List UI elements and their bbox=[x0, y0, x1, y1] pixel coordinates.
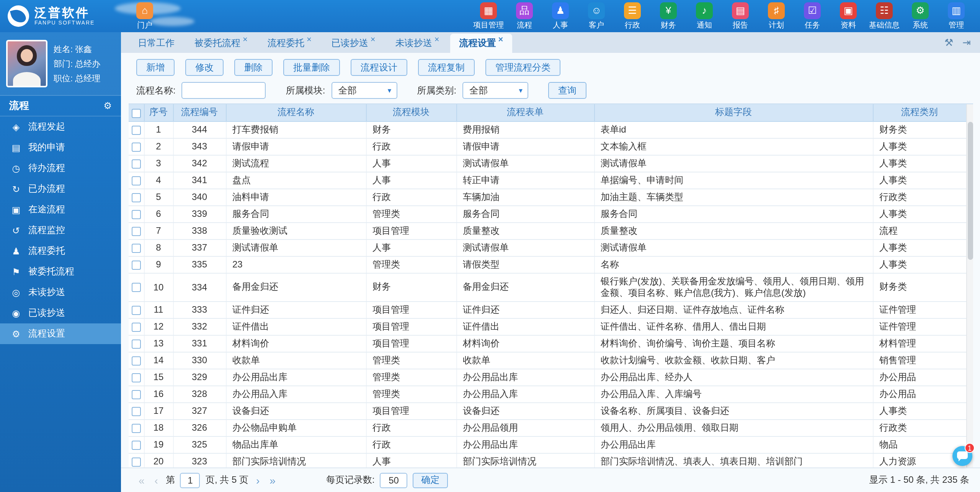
row-checkbox[interactable] bbox=[132, 373, 141, 382]
row-checkbox[interactable] bbox=[132, 227, 141, 236]
app-item[interactable]: ☷ 基础信息 bbox=[867, 2, 902, 30]
table-row[interactable]: 9 335 23 管理类 请假类型 名称 人事类 bbox=[129, 256, 966, 273]
sidebar-item[interactable]: ↺ 流程监控 bbox=[0, 220, 121, 241]
category-select[interactable]: 全部 ▼ bbox=[462, 82, 528, 99]
table-row[interactable]: 3 342 测试流程 人事 测试请假单 测试请假单 人事类 bbox=[129, 155, 966, 172]
column-header[interactable]: 流程模块 bbox=[366, 104, 456, 121]
row-checkbox[interactable] bbox=[132, 339, 141, 349]
row-checkbox[interactable] bbox=[132, 126, 141, 135]
row-checkbox[interactable] bbox=[132, 261, 141, 270]
sidebar-item[interactable]: ▤ 我的申请 bbox=[0, 137, 121, 158]
exit-icon[interactable]: ⇥ bbox=[962, 37, 971, 48]
wrench-icon[interactable]: ⚒ bbox=[944, 37, 953, 48]
tab[interactable]: 流程设置 × bbox=[450, 34, 513, 53]
module-select[interactable]: 全部 ▼ bbox=[331, 82, 397, 99]
row-checkbox[interactable] bbox=[132, 244, 141, 253]
row-checkbox[interactable] bbox=[132, 306, 141, 315]
table-row[interactable]: 20 323 部门实际培训情况 人事 部门实际培训情况 部门实际培训情况、填表人… bbox=[129, 453, 966, 467]
select-all-checkbox[interactable] bbox=[132, 108, 141, 118]
column-header[interactable]: 流程编号 bbox=[173, 104, 226, 121]
table-row[interactable]: 15 329 办公用品出库 管理类 办公用品出库 办公用品出库、经办人 办公用品 bbox=[129, 369, 966, 385]
per-page-input[interactable] bbox=[380, 472, 408, 488]
chat-button[interactable]: 1 bbox=[952, 446, 972, 466]
tab-close-icon[interactable]: × bbox=[243, 35, 248, 44]
row-checkbox[interactable] bbox=[132, 441, 141, 450]
row-checkbox[interactable] bbox=[132, 390, 141, 399]
column-header[interactable]: 标题字段 bbox=[594, 104, 873, 121]
last-page-icon[interactable]: » bbox=[267, 475, 278, 485]
row-checkbox[interactable] bbox=[132, 210, 141, 219]
search-button[interactable]: 查询 bbox=[548, 82, 586, 99]
app-item[interactable]: ♯ 计划 bbox=[759, 2, 794, 30]
column-header[interactable]: 序号 bbox=[144, 104, 173, 121]
row-checkbox[interactable] bbox=[132, 407, 141, 416]
tab-close-icon[interactable]: × bbox=[434, 35, 439, 44]
tab-close-icon[interactable]: × bbox=[498, 35, 503, 44]
row-checkbox[interactable] bbox=[132, 424, 141, 433]
sidebar-item[interactable]: ↻ 已办流程 bbox=[0, 179, 121, 199]
app-item[interactable]: ▦ 项目管理 bbox=[471, 2, 506, 30]
column-header[interactable]: 流程名称 bbox=[226, 104, 366, 121]
app-item[interactable]: ⚙ 系统 bbox=[903, 2, 938, 30]
sidebar-item[interactable]: ⚙ 流程设置 bbox=[0, 323, 121, 344]
column-header[interactable]: 流程类别 bbox=[873, 104, 966, 121]
scrollbar-thumb[interactable] bbox=[968, 122, 973, 260]
tab[interactable]: 被委托流程 × bbox=[185, 34, 257, 53]
toolbar-button[interactable]: 批量删除 bbox=[283, 59, 340, 76]
app-item[interactable]: ♟ 人事 bbox=[543, 2, 578, 30]
row-checkbox[interactable] bbox=[132, 323, 141, 332]
table-row[interactable]: 12 332 证件借出 项目管理 证件借出 证件借出、证件名称、借用人、借出日期… bbox=[129, 318, 966, 335]
sidebar-item[interactable]: ◉ 已读抄送 bbox=[0, 303, 121, 323]
toolbar-button[interactable]: 流程设计 bbox=[351, 59, 407, 76]
tab[interactable]: 日常工作 bbox=[129, 34, 184, 53]
row-checkbox[interactable] bbox=[132, 143, 141, 152]
flow-name-input[interactable] bbox=[182, 82, 266, 99]
row-checkbox[interactable] bbox=[132, 193, 141, 202]
table-row[interactable]: 18 326 办公物品申购单 行政 办公用品领用 领用人、办公用品领用、领取日期… bbox=[129, 419, 966, 436]
table-scrollbar[interactable] bbox=[966, 104, 973, 467]
app-item[interactable]: ▥ 管理 bbox=[939, 2, 974, 30]
table-row[interactable]: 4 341 盘点 人事 转正申请 单据编号、申请时间 人事类 bbox=[129, 172, 966, 189]
sidebar-item[interactable]: ◎ 未读抄送 bbox=[0, 282, 121, 303]
tab-close-icon[interactable]: × bbox=[371, 35, 376, 44]
toolbar-button[interactable]: 新增 bbox=[136, 59, 175, 76]
first-page-icon[interactable]: « bbox=[136, 475, 147, 485]
app-item[interactable]: 品 流程 bbox=[507, 2, 542, 30]
app-item[interactable]: ▤ 报告 bbox=[723, 2, 758, 30]
confirm-button[interactable]: 确定 bbox=[413, 472, 448, 488]
table-row[interactable]: 5 340 油料申请 行政 车辆加油 加油主题、车辆类型 行政类 bbox=[129, 189, 966, 205]
row-checkbox[interactable] bbox=[132, 458, 141, 467]
table-row[interactable]: 17 327 设备归还 项目管理 设备归还 设备名称、所属项目、设备归还 人事类 bbox=[129, 402, 966, 419]
sidebar-item[interactable]: ◷ 待办流程 bbox=[0, 158, 121, 179]
table-row[interactable]: 8 337 测试请假单 人事 测试请假单 测试请假单 人事类 bbox=[129, 239, 966, 256]
sidebar-item[interactable]: ◈ 流程发起 bbox=[0, 116, 121, 137]
table-row[interactable]: 13 331 材料询价 项目管理 材料询价 材料询价、询价编号、询价主题、项目名… bbox=[129, 335, 966, 352]
row-checkbox[interactable] bbox=[132, 283, 141, 292]
sidebar-item[interactable]: ♟ 流程委托 bbox=[0, 241, 121, 261]
toolbar-button[interactable]: 管理流程分类 bbox=[485, 59, 560, 76]
table-row[interactable]: 11 333 证件归还 项目管理 证件归还 归还人、归还日期、证件存放地点、证件… bbox=[129, 301, 966, 318]
app-item[interactable]: ☑ 任务 bbox=[795, 2, 830, 30]
page-input[interactable] bbox=[180, 472, 200, 488]
row-checkbox[interactable] bbox=[132, 176, 141, 185]
toolbar-button[interactable]: 修改 bbox=[185, 59, 224, 76]
app-item[interactable]: ☺ 客户 bbox=[579, 2, 614, 30]
tab[interactable]: 已读抄送 × bbox=[322, 34, 385, 53]
table-row[interactable]: 6 339 服务合同 管理类 服务合同 服务合同 人事类 bbox=[129, 205, 966, 222]
table-row[interactable]: 16 328 办公用品入库 管理类 办公用品入库 办公用品入库、入库编号 办公用… bbox=[129, 385, 966, 402]
table-row[interactable]: 14 330 收款单 管理类 收款单 收款计划编号、收款金额、收款日期、客户 销… bbox=[129, 352, 966, 369]
row-checkbox[interactable] bbox=[132, 356, 141, 366]
table-row[interactable]: 2 343 请假申请 行政 请假申请 文本输入框 人事类 bbox=[129, 138, 966, 155]
table-row[interactable]: 10 334 备用金归还 财务 备用金归还 银行账户(发放)、关联备用金发放编号… bbox=[129, 273, 966, 301]
tab[interactable]: 未读抄送 × bbox=[386, 34, 449, 53]
tab-close-icon[interactable]: × bbox=[307, 35, 312, 44]
portal-button[interactable]: ⌂ 门户 bbox=[127, 2, 162, 30]
table-row[interactable]: 19 325 物品出库单 行政 办公用品出库 办公用品出库 物品 bbox=[129, 436, 966, 453]
app-item[interactable]: ♪ 通知 bbox=[687, 2, 722, 30]
app-item[interactable]: ▣ 资料 bbox=[831, 2, 866, 30]
sidebar-item[interactable]: ▣ 在途流程 bbox=[0, 199, 121, 220]
table-row[interactable]: 1 344 打车费报销 财务 费用报销 表单id 财务类 bbox=[129, 121, 966, 138]
app-item[interactable]: ¥ 财务 bbox=[651, 2, 686, 30]
tab[interactable]: 流程委托 × bbox=[258, 34, 321, 53]
table-row[interactable]: 7 338 质量验收测试 项目管理 质量整改 质量整改 流程 bbox=[129, 222, 966, 239]
